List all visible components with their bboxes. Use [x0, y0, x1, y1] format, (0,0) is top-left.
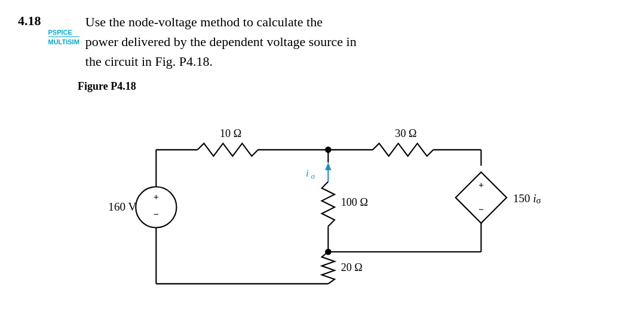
header-area: 4.18 PSPICE MULTISIM Use the node-voltag…: [18, 12, 626, 71]
sidebar-labels: PSPICE MULTISIM: [48, 29, 79, 45]
svg-text:i: i: [306, 168, 309, 179]
figure-title: Figure P4.18: [78, 80, 626, 93]
svg-text:−: −: [154, 209, 159, 219]
circuit-diagram: + − 150 iσ i σ 100 Ω: [66, 99, 603, 290]
multisim-label: MULTISIM: [48, 38, 79, 45]
svg-text:150 iσ: 150 iσ: [513, 192, 541, 205]
circuit-svg: + − 150 iσ i σ 100 Ω: [66, 99, 603, 290]
svg-text:100 Ω: 100 Ω: [341, 196, 368, 208]
svg-text:+: +: [154, 191, 159, 202]
svg-text:−: −: [479, 204, 484, 214]
problem-line1: Use the node-voltage method to calculate…: [85, 14, 323, 29]
pspice-label: PSPICE: [48, 29, 79, 37]
svg-text:10 Ω: 10 Ω: [220, 127, 241, 139]
svg-text:20 Ω: 20 Ω: [341, 261, 363, 273]
svg-text:30 Ω: 30 Ω: [395, 127, 416, 139]
problem-line3: the circuit in Fig. P4.18.: [85, 54, 213, 69]
svg-text:160 V: 160 V: [108, 200, 136, 213]
problem-text: Use the node-voltage method to calculate…: [85, 12, 626, 71]
problem-number: 4.18: [18, 12, 41, 29]
svg-text:σ: σ: [311, 172, 315, 181]
svg-marker-13: [325, 163, 332, 170]
svg-text:+: +: [479, 179, 484, 190]
page-container: 4.18 PSPICE MULTISIM Use the node-voltag…: [0, 0, 644, 335]
problem-line2: power delivered by the dependent voltage…: [85, 34, 357, 49]
